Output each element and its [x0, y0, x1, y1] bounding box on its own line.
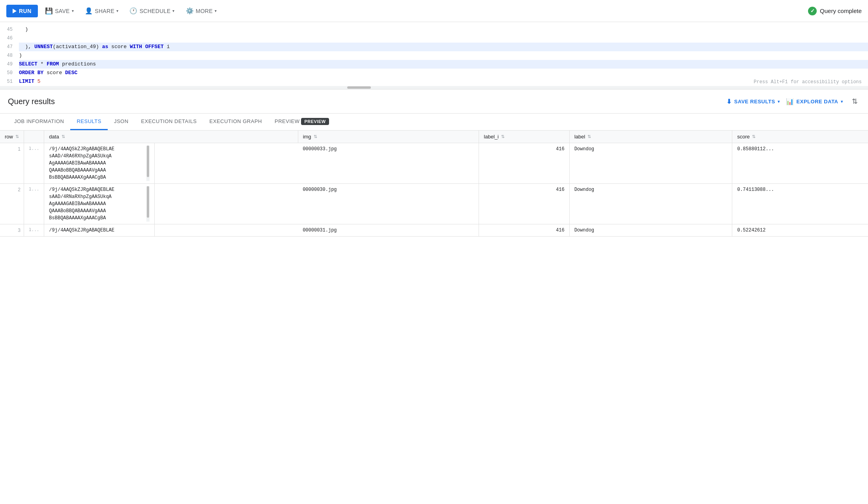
th-inner-label: label⇅ [574, 134, 728, 140]
data-line: BsBBQABAAAAXgAAACgBA [49, 174, 146, 181]
th-inner-score: score⇅ [737, 134, 863, 140]
th-label[interactable]: label⇅ [569, 131, 732, 143]
results-actions: ⬇ SAVE RESULTS ▾ 📊 EXPLORE DATA ▾ ⇅ [726, 96, 860, 107]
data-line: QAAABoBBQABAAAAVgAAA [49, 167, 146, 174]
data-line: sAAD/4RA6RXhpZgAASUkqA [49, 153, 146, 160]
horizontal-scrollbar[interactable] [0, 86, 868, 89]
th-data[interactable]: data⇅ [44, 131, 298, 143]
save-label: SAVE [55, 8, 70, 14]
explore-data-button[interactable]: 📊 EXPLORE DATA ▾ [786, 98, 843, 105]
data-line: AgAAAAGABIBAwABAAAAA [49, 160, 146, 167]
results-header: Query results ⬇ SAVE RESULTS ▾ 📊 EXPLORE… [0, 90, 868, 114]
save-results-button[interactable]: ⬇ SAVE RESULTS ▾ [726, 98, 780, 105]
horizontal-scrollbar-thumb[interactable] [347, 86, 371, 89]
sort-icon-label[interactable]: ⇅ [587, 134, 591, 139]
share-button[interactable]: 👤 SHARE ▾ [81, 5, 122, 17]
sort-icon-data[interactable]: ⇅ [62, 134, 65, 139]
code-line-48: 48) [0, 51, 868, 60]
save-button[interactable]: 💾 SAVE ▾ [41, 5, 78, 17]
row-number: 2 [0, 184, 24, 224]
label-cell: Downdog [569, 184, 732, 224]
th-row[interactable]: row⇅ [0, 131, 24, 143]
th-img[interactable]: img⇅ [298, 131, 479, 143]
share-chevron-icon: ▾ [116, 9, 118, 13]
tabs-bar: JOB INFORMATIONRESULTSJSONEXECUTION DETA… [0, 114, 868, 131]
data-line: /9j/4AAQSkZJRgABAQEBLAE [49, 146, 146, 153]
row-scrollbar-thumb[interactable] [147, 186, 149, 218]
download-icon: ⬇ [726, 98, 732, 105]
share-icon: 👤 [85, 7, 93, 15]
th-label_i[interactable]: label_i⇅ [479, 131, 569, 143]
line-content: ORDER BY score DESC [19, 69, 868, 77]
data-line: AgAAAAGABIBAwABAAAAA [49, 200, 146, 207]
row-vertical-scrollbar[interactable] [146, 186, 150, 222]
save-icon: 💾 [45, 7, 53, 15]
tab-results[interactable]: RESULTS [70, 114, 108, 130]
more-icon: ⚙️ [186, 7, 194, 15]
line-content: LIMIT 5 [19, 77, 868, 86]
score-cell: 0.85880112... [732, 143, 868, 184]
results-table-container[interactable]: row⇅data⇅img⇅label_i⇅label⇅score⇅ 1l.../… [0, 131, 868, 237]
row-scrollbar-thumb[interactable] [147, 146, 149, 177]
row-expand[interactable]: l... [24, 224, 44, 237]
tab-json[interactable]: JSON [108, 114, 135, 130]
run-button[interactable]: RUN [6, 5, 38, 17]
data-line: QAAABoBBQABAAAAVgAAA [49, 207, 146, 215]
data-line: BsBBQABAAAAXgAAACgBA [49, 215, 146, 222]
tab-job-information[interactable]: JOB INFORMATION [8, 114, 70, 130]
more-button[interactable]: ⚙️ MORE ▾ [182, 5, 221, 17]
schedule-button[interactable]: 🕐 SCHEDULE ▾ [125, 5, 178, 17]
img-cell: 00000030.jpg [298, 184, 479, 224]
th-expand[interactable] [24, 131, 44, 143]
row-expand[interactable]: l... [24, 143, 44, 184]
more-chevron-icon: ▾ [215, 9, 217, 13]
collapse-button[interactable]: ⇅ [849, 96, 860, 107]
line-number: 50 [0, 69, 19, 77]
code-line-46: 46 [0, 34, 868, 43]
row-vertical-scrollbar[interactable] [146, 146, 150, 181]
table-row: 2l.../9j/4AAQSkZJRgABAQEBLAEsAAD/4RNaRXh… [0, 184, 868, 224]
code-line-47: 47 ), UNNEST(activation_49) as score WIT… [0, 43, 868, 51]
row-expand[interactable]: l... [24, 184, 44, 224]
table-header: row⇅data⇅img⇅label_i⇅label⇅score⇅ [0, 131, 868, 143]
tab-preview-badge: PREVIEW [301, 118, 329, 125]
sort-icon-row[interactable]: ⇅ [15, 134, 19, 139]
sort-icon-label_i[interactable]: ⇅ [501, 134, 505, 139]
line-content: ) [19, 25, 868, 34]
results-title: Query results [8, 97, 55, 106]
data-line: sAAD/4RNaRXhpZgAASUkqA [49, 193, 146, 200]
th-inner-data: data⇅ [49, 134, 293, 140]
data-line: /9j/4AAQSkZJRgABAQEBLAE [49, 227, 150, 234]
query-complete-label: Query complete [820, 7, 862, 14]
label-i-cell: 416 [479, 224, 569, 237]
tab-execution-details[interactable]: EXECUTION DETAILS [135, 114, 203, 130]
tab-execution-graph[interactable]: EXECUTION GRAPH [203, 114, 268, 130]
data-line: /9j/4AAQSkZJRgABAQEBLAE [49, 186, 146, 193]
line-number: 47 [0, 43, 19, 51]
code-editor[interactable]: 45 )4647 ), UNNEST(activation_49) as sco… [0, 22, 868, 90]
code-lines: 45 )4647 ), UNNEST(activation_49) as sco… [0, 22, 868, 89]
data-cell: /9j/4AAQSkZJRgABAQEBLAEsAAD/4RA6RXhpZgAA… [44, 143, 155, 183]
sort-icon-score[interactable]: ⇅ [752, 134, 756, 139]
tab-preview[interactable]: PREVIEWPREVIEW [268, 114, 335, 130]
explore-icon: 📊 [786, 98, 794, 105]
th-inner-img: img⇅ [303, 134, 474, 140]
accessibility-hint: Press Alt+F1 for accessibility options [754, 78, 862, 86]
th-inner-label_i: label_i⇅ [484, 134, 564, 140]
score-cell: 0.74113088... [732, 184, 868, 224]
th-inner-row: row⇅ [5, 134, 19, 140]
label-i-cell: 416 [479, 184, 569, 224]
table-row: 3l.../9j/4AAQSkZJRgABAQEBLAE00000031.jpg… [0, 224, 868, 237]
label-cell: Downdog [569, 224, 732, 237]
schedule-icon: 🕐 [129, 7, 137, 15]
line-content: SELECT * FROM predictions [19, 60, 868, 69]
more-label: MORE [196, 8, 213, 14]
sort-icon-img[interactable]: ⇅ [314, 134, 317, 139]
th-score[interactable]: score⇅ [732, 131, 868, 143]
header-row: row⇅data⇅img⇅label_i⇅label⇅score⇅ [0, 131, 868, 143]
results-table: row⇅data⇅img⇅label_i⇅label⇅score⇅ 1l.../… [0, 131, 868, 237]
label-i-cell: 416 [479, 143, 569, 184]
code-line-50: 50ORDER BY score DESC [0, 69, 868, 77]
line-content: ), UNNEST(activation_49) as score WITH O… [19, 43, 868, 51]
score-cell: 0.52242612 [732, 224, 868, 237]
